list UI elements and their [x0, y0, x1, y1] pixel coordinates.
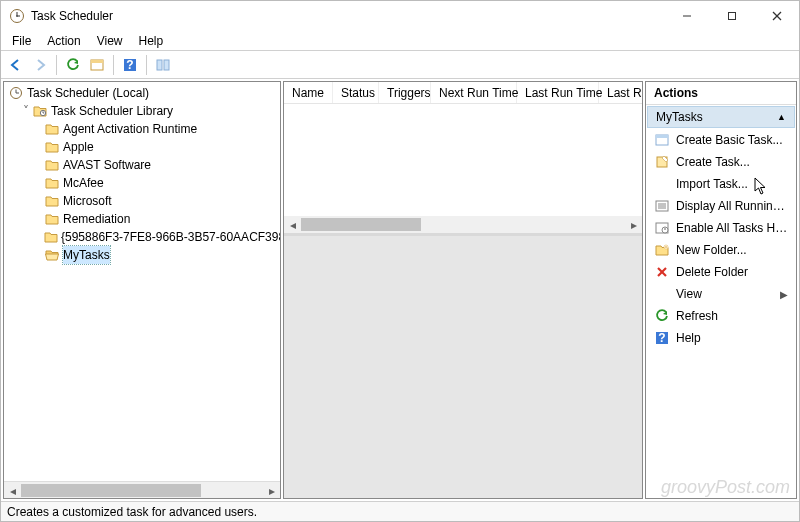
folder-icon	[44, 175, 60, 191]
tree-root[interactable]: Task Scheduler (Local)	[6, 84, 280, 102]
action-label: Import Task...	[676, 177, 788, 191]
col-triggers[interactable]: Triggers	[379, 82, 431, 104]
actions-context-header[interactable]: MyTasks ▲	[647, 106, 795, 128]
action-new-folder[interactable]: New Folder...	[646, 239, 796, 261]
col-name[interactable]: Name	[284, 82, 333, 104]
tree-horizontal-scrollbar[interactable]: ◂ ▸	[4, 481, 280, 498]
folder-icon	[44, 193, 60, 209]
list-horizontal-scrollbar[interactable]: ◂ ▸	[284, 216, 642, 233]
tree-root-label: Task Scheduler (Local)	[27, 84, 149, 102]
body: Task Scheduler (Local) ˅ Task Scheduler …	[1, 79, 799, 501]
svg-rect-21	[656, 135, 668, 138]
tree-item-label: MyTasks	[63, 246, 110, 264]
svg-rect-12	[157, 60, 162, 70]
tree-item-label: {595886F3-7FE8-966B-3B57-60AACF398	[61, 228, 280, 246]
action-display-running[interactable]: Display All Running Tasks	[646, 195, 796, 217]
statusbar: Creates a customized task for advanced u…	[1, 501, 799, 521]
actions-title: Actions	[646, 82, 796, 105]
collapse-icon: ▲	[777, 112, 786, 122]
tree-item-label: McAfee	[63, 174, 104, 192]
action-label: Help	[676, 331, 788, 345]
action-label: Enable All Tasks History	[676, 221, 788, 235]
list-icon	[654, 198, 670, 214]
svg-rect-5	[728, 13, 735, 20]
action-enable-history[interactable]: Enable All Tasks History	[646, 217, 796, 239]
folder-icon	[44, 157, 60, 173]
scroll-left-icon[interactable]: ◂	[4, 482, 21, 499]
tree-item[interactable]: Apple	[6, 138, 280, 156]
back-button[interactable]	[5, 54, 27, 76]
actions-list: Create Basic Task... Create Task... Impo…	[646, 129, 796, 498]
task-list: Name Status Triggers Next Run Time Last …	[284, 82, 642, 236]
expand-toggle[interactable]: ˅	[20, 102, 32, 120]
toolbar: ?	[1, 51, 799, 79]
tree-item[interactable]: Remediation	[6, 210, 280, 228]
tree-item[interactable]: AVAST Software	[6, 156, 280, 174]
action-label: Create Task...	[676, 155, 788, 169]
action-import-task[interactable]: Import Task...	[646, 173, 796, 195]
svg-point-3	[16, 15, 18, 17]
menu-help[interactable]: Help	[131, 32, 172, 50]
action-label: View	[676, 287, 774, 301]
history-icon	[654, 220, 670, 236]
tree-item-label: Agent Activation Runtime	[63, 120, 197, 138]
maximize-button[interactable]	[709, 1, 754, 31]
action-view[interactable]: View ▶	[646, 283, 796, 305]
tree-item-label: Remediation	[63, 210, 130, 228]
actions-context-label: MyTasks	[656, 110, 703, 124]
folder-icon	[44, 139, 60, 155]
col-status[interactable]: Status	[333, 82, 379, 104]
tree-view[interactable]: Task Scheduler (Local) ˅ Task Scheduler …	[4, 82, 280, 481]
svg-rect-13	[164, 60, 169, 70]
col-last-result[interactable]: Last R	[599, 82, 642, 104]
app-icon	[9, 8, 25, 24]
close-button[interactable]	[754, 1, 799, 31]
tree-item[interactable]: Agent Activation Runtime	[6, 120, 280, 138]
window: Task Scheduler File Action View Help ? T…	[0, 0, 800, 522]
tree-item[interactable]: McAfee	[6, 174, 280, 192]
menu-view[interactable]: View	[89, 32, 131, 50]
content-pane: Name Status Triggers Next Run Time Last …	[283, 81, 643, 499]
col-next-run[interactable]: Next Run Time	[431, 82, 517, 104]
properties-button[interactable]	[86, 54, 108, 76]
tree-item-label: Microsoft	[63, 192, 112, 210]
tree-item[interactable]: {595886F3-7FE8-966B-3B57-60AACF398	[6, 228, 280, 246]
action-delete-folder[interactable]: Delete Folder	[646, 261, 796, 283]
task-list-body[interactable]	[284, 104, 642, 216]
minimize-button[interactable]	[664, 1, 709, 31]
refresh-icon	[654, 308, 670, 324]
task-details-empty	[284, 236, 642, 498]
tree-item-label: Apple	[63, 138, 94, 156]
forward-button[interactable]	[29, 54, 51, 76]
help-button[interactable]: ?	[119, 54, 141, 76]
action-refresh[interactable]: Refresh	[646, 305, 796, 327]
action-create-task[interactable]: Create Task...	[646, 151, 796, 173]
titlebar: Task Scheduler	[1, 1, 799, 31]
folder-icon	[44, 121, 60, 137]
blank-icon	[654, 176, 670, 192]
statusbar-text: Creates a customized task for advanced u…	[7, 505, 257, 519]
tree-item[interactable]: ›Microsoft	[6, 192, 280, 210]
actions-pane: Actions MyTasks ▲ Create Basic Task... C…	[645, 81, 797, 499]
refresh-button[interactable]	[62, 54, 84, 76]
folder-icon	[44, 211, 60, 227]
scroll-thumb[interactable]	[301, 218, 421, 231]
menu-action[interactable]: Action	[39, 32, 88, 50]
svg-rect-9	[91, 60, 103, 63]
new-folder-icon	[654, 242, 670, 258]
show-hide-pane-button[interactable]	[152, 54, 174, 76]
tree-library[interactable]: ˅ Task Scheduler Library	[6, 102, 280, 120]
folder-clock-icon	[32, 103, 48, 119]
scroll-right-icon[interactable]: ▸	[263, 482, 280, 499]
scroll-left-icon[interactable]: ◂	[284, 216, 301, 233]
task-list-header: Name Status Triggers Next Run Time Last …	[284, 82, 642, 104]
tree-item-mytasks[interactable]: MyTasks	[6, 246, 280, 264]
scroll-thumb[interactable]	[21, 484, 201, 497]
scroll-right-icon[interactable]: ▸	[625, 216, 642, 233]
tree-item-label: AVAST Software	[63, 156, 151, 174]
action-label: Display All Running Tasks	[676, 199, 788, 213]
action-help[interactable]: ? Help	[646, 327, 796, 349]
action-create-basic-task[interactable]: Create Basic Task...	[646, 129, 796, 151]
col-last-run[interactable]: Last Run Time	[517, 82, 599, 104]
menu-file[interactable]: File	[4, 32, 39, 50]
